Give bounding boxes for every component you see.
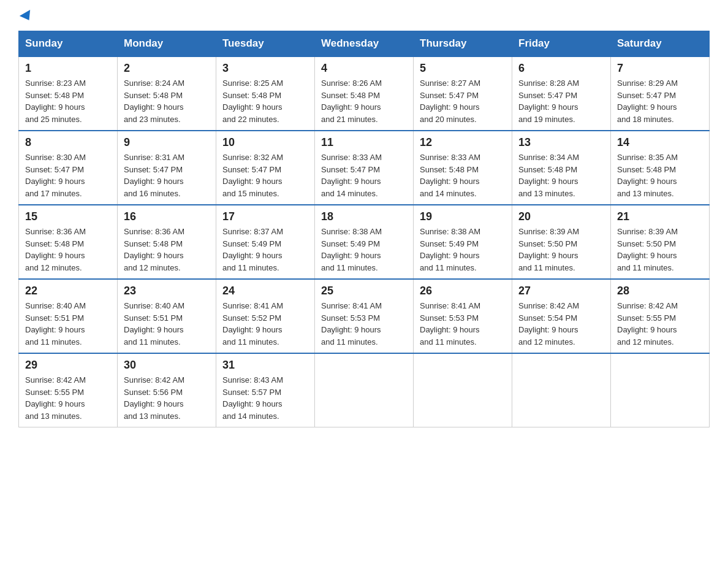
day-info: Sunrise: 8:39 AMSunset: 5:50 PMDaylight:… (518, 226, 604, 274)
day-cell: 13Sunrise: 8:34 AMSunset: 5:48 PMDayligh… (512, 131, 611, 205)
day-cell: 20Sunrise: 8:39 AMSunset: 5:50 PMDayligh… (512, 205, 611, 279)
day-info: Sunrise: 8:32 AMSunset: 5:47 PMDaylight:… (222, 151, 308, 199)
day-cell: 7Sunrise: 8:29 AMSunset: 5:47 PMDaylight… (611, 56, 710, 131)
day-cell: 9Sunrise: 8:31 AMSunset: 5:47 PMDaylight… (118, 131, 216, 205)
day-info: Sunrise: 8:37 AMSunset: 5:49 PMDaylight:… (222, 226, 308, 274)
day-cell: 4Sunrise: 8:26 AMSunset: 5:48 PMDaylight… (315, 56, 414, 131)
day-info: Sunrise: 8:36 AMSunset: 5:48 PMDaylight:… (25, 226, 111, 274)
day-number: 21 (617, 210, 703, 223)
logo (18, 12, 33, 21)
day-info: Sunrise: 8:30 AMSunset: 5:47 PMDaylight:… (25, 151, 111, 199)
day-number: 14 (617, 136, 703, 149)
day-info: Sunrise: 8:41 AMSunset: 5:52 PMDaylight:… (222, 300, 308, 348)
day-info: Sunrise: 8:36 AMSunset: 5:48 PMDaylight:… (124, 226, 210, 274)
day-info: Sunrise: 8:38 AMSunset: 5:49 PMDaylight:… (420, 226, 506, 274)
day-cell: 25Sunrise: 8:41 AMSunset: 5:53 PMDayligh… (315, 279, 414, 353)
week-row-1: 1Sunrise: 8:23 AMSunset: 5:48 PMDaylight… (19, 56, 710, 131)
day-number: 7 (617, 62, 703, 75)
calendar-header-row: SundayMondayTuesdayWednesdayThursdayFrid… (19, 31, 710, 57)
day-info: Sunrise: 8:28 AMSunset: 5:47 PMDaylight:… (518, 77, 604, 125)
day-info: Sunrise: 8:38 AMSunset: 5:49 PMDaylight:… (321, 226, 407, 274)
day-cell (414, 353, 512, 427)
day-info: Sunrise: 8:43 AMSunset: 5:57 PMDaylight:… (222, 374, 308, 422)
day-info: Sunrise: 8:39 AMSunset: 5:50 PMDaylight:… (617, 226, 703, 274)
day-cell: 30Sunrise: 8:42 AMSunset: 5:56 PMDayligh… (118, 353, 216, 427)
day-cell (611, 353, 710, 427)
day-info: Sunrise: 8:29 AMSunset: 5:47 PMDaylight:… (617, 77, 703, 125)
day-info: Sunrise: 8:35 AMSunset: 5:48 PMDaylight:… (617, 151, 703, 199)
day-info: Sunrise: 8:34 AMSunset: 5:48 PMDaylight:… (518, 151, 604, 199)
day-cell: 24Sunrise: 8:41 AMSunset: 5:52 PMDayligh… (216, 279, 315, 353)
day-number: 15 (25, 210, 111, 223)
day-number: 13 (518, 136, 604, 149)
day-cell: 26Sunrise: 8:41 AMSunset: 5:53 PMDayligh… (414, 279, 512, 353)
day-number: 19 (420, 210, 506, 223)
day-number: 22 (25, 285, 111, 297)
day-info: Sunrise: 8:25 AMSunset: 5:48 PMDaylight:… (222, 77, 308, 125)
calendar-table: SundayMondayTuesdayWednesdayThursdayFrid… (18, 31, 710, 427)
day-cell: 14Sunrise: 8:35 AMSunset: 5:48 PMDayligh… (611, 131, 710, 205)
day-number: 31 (222, 359, 308, 372)
day-cell: 28Sunrise: 8:42 AMSunset: 5:55 PMDayligh… (611, 279, 710, 353)
day-number: 8 (25, 136, 111, 149)
day-cell: 31Sunrise: 8:43 AMSunset: 5:57 PMDayligh… (216, 353, 315, 427)
day-cell: 8Sunrise: 8:30 AMSunset: 5:47 PMDaylight… (19, 131, 118, 205)
day-number: 30 (124, 359, 210, 372)
header-thursday: Thursday (414, 31, 512, 57)
day-info: Sunrise: 8:40 AMSunset: 5:51 PMDaylight:… (25, 300, 111, 348)
day-number: 18 (321, 210, 407, 223)
day-number: 27 (518, 285, 604, 297)
day-number: 3 (222, 62, 308, 75)
day-info: Sunrise: 8:24 AMSunset: 5:48 PMDaylight:… (124, 77, 210, 125)
day-cell: 21Sunrise: 8:39 AMSunset: 5:50 PMDayligh… (611, 205, 710, 279)
header-wednesday: Wednesday (315, 31, 414, 57)
header-monday: Monday (118, 31, 216, 57)
day-number: 4 (321, 62, 407, 75)
day-info: Sunrise: 8:33 AMSunset: 5:47 PMDaylight:… (321, 151, 407, 199)
header-saturday: Saturday (611, 31, 710, 57)
day-cell: 19Sunrise: 8:38 AMSunset: 5:49 PMDayligh… (414, 205, 512, 279)
day-number: 11 (321, 136, 407, 149)
day-number: 20 (518, 210, 604, 223)
week-row-5: 29Sunrise: 8:42 AMSunset: 5:55 PMDayligh… (19, 353, 710, 427)
week-row-4: 22Sunrise: 8:40 AMSunset: 5:51 PMDayligh… (19, 279, 710, 353)
day-number: 10 (222, 136, 308, 149)
day-info: Sunrise: 8:27 AMSunset: 5:47 PMDaylight:… (420, 77, 506, 125)
day-cell: 2Sunrise: 8:24 AMSunset: 5:48 PMDaylight… (118, 56, 216, 131)
day-info: Sunrise: 8:33 AMSunset: 5:48 PMDaylight:… (420, 151, 506, 199)
day-number: 23 (124, 285, 210, 297)
day-cell: 15Sunrise: 8:36 AMSunset: 5:48 PMDayligh… (19, 205, 118, 279)
day-info: Sunrise: 8:41 AMSunset: 5:53 PMDaylight:… (321, 300, 407, 348)
day-number: 9 (124, 136, 210, 149)
day-cell (512, 353, 611, 427)
day-info: Sunrise: 8:41 AMSunset: 5:53 PMDaylight:… (420, 300, 506, 348)
day-info: Sunrise: 8:40 AMSunset: 5:51 PMDaylight:… (124, 300, 210, 348)
day-number: 5 (420, 62, 506, 75)
header-friday: Friday (512, 31, 611, 57)
day-info: Sunrise: 8:23 AMSunset: 5:48 PMDaylight:… (25, 77, 111, 125)
day-info: Sunrise: 8:42 AMSunset: 5:55 PMDaylight:… (617, 300, 703, 348)
week-row-2: 8Sunrise: 8:30 AMSunset: 5:47 PMDaylight… (19, 131, 710, 205)
day-cell: 17Sunrise: 8:37 AMSunset: 5:49 PMDayligh… (216, 205, 315, 279)
day-cell: 16Sunrise: 8:36 AMSunset: 5:48 PMDayligh… (118, 205, 216, 279)
day-number: 28 (617, 285, 703, 297)
day-number: 1 (25, 62, 111, 75)
day-cell: 29Sunrise: 8:42 AMSunset: 5:55 PMDayligh… (19, 353, 118, 427)
day-info: Sunrise: 8:26 AMSunset: 5:48 PMDaylight:… (321, 77, 407, 125)
day-number: 2 (124, 62, 210, 75)
day-info: Sunrise: 8:42 AMSunset: 5:55 PMDaylight:… (25, 374, 111, 422)
day-cell: 6Sunrise: 8:28 AMSunset: 5:47 PMDaylight… (512, 56, 611, 131)
header-tuesday: Tuesday (216, 31, 315, 57)
day-number: 25 (321, 285, 407, 297)
day-cell: 5Sunrise: 8:27 AMSunset: 5:47 PMDaylight… (414, 56, 512, 131)
day-cell (315, 353, 414, 427)
header-sunday: Sunday (19, 31, 118, 57)
day-number: 29 (25, 359, 111, 372)
day-info: Sunrise: 8:42 AMSunset: 5:54 PMDaylight:… (518, 300, 604, 348)
day-cell: 22Sunrise: 8:40 AMSunset: 5:51 PMDayligh… (19, 279, 118, 353)
day-cell: 1Sunrise: 8:23 AMSunset: 5:48 PMDaylight… (19, 56, 118, 131)
day-number: 12 (420, 136, 506, 149)
day-cell: 27Sunrise: 8:42 AMSunset: 5:54 PMDayligh… (512, 279, 611, 353)
day-cell: 11Sunrise: 8:33 AMSunset: 5:47 PMDayligh… (315, 131, 414, 205)
day-info: Sunrise: 8:31 AMSunset: 5:47 PMDaylight:… (124, 151, 210, 199)
